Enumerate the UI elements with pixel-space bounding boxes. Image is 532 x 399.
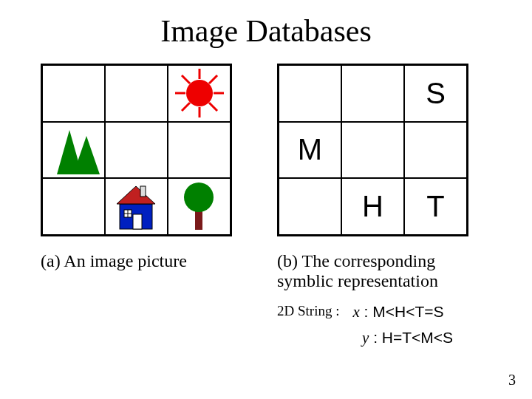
symbol-T: T bbox=[426, 190, 444, 223]
x-axis-letter: x bbox=[352, 303, 359, 321]
svg-line-5 bbox=[209, 103, 217, 111]
svg-point-19 bbox=[184, 183, 214, 212]
string-y-row: y : H=T<M<S bbox=[362, 329, 491, 347]
caption-b: (b) The corresponding symblic representa… bbox=[277, 251, 491, 291]
symbol-M: M bbox=[298, 133, 322, 166]
svg-line-6 bbox=[209, 75, 217, 83]
house-icon bbox=[111, 182, 163, 232]
y-expr-text: H=T<M<S bbox=[382, 329, 453, 346]
cell-0-0 bbox=[42, 65, 105, 122]
scell-1-1 bbox=[341, 122, 404, 179]
svg-marker-10 bbox=[73, 136, 100, 174]
symbol-grid: S M H T bbox=[277, 64, 468, 236]
content-area: (a) An image picture S M H T (b) The cor… bbox=[0, 64, 532, 347]
x-expr-text: M<H<T=S bbox=[372, 303, 443, 320]
cell-1-1 bbox=[105, 122, 168, 179]
cell-1-2 bbox=[168, 122, 231, 179]
cell-0-1 bbox=[105, 65, 168, 122]
scell-2-1: H bbox=[341, 178, 404, 235]
svg-rect-14 bbox=[133, 214, 142, 229]
sun-icon bbox=[174, 67, 225, 119]
cell-1-0 bbox=[42, 122, 105, 179]
svg-line-7 bbox=[182, 103, 190, 111]
mountain-icon bbox=[44, 123, 104, 177]
scell-2-2: T bbox=[404, 178, 467, 235]
scell-1-0: M bbox=[279, 122, 341, 179]
string-label: 2D String : bbox=[277, 303, 339, 321]
scell-0-2: S bbox=[404, 65, 467, 122]
cell-2-1 bbox=[105, 178, 168, 235]
scell-0-1 bbox=[341, 65, 404, 122]
scell-2-0 bbox=[279, 178, 341, 235]
tree-icon bbox=[177, 181, 222, 233]
svg-rect-13 bbox=[140, 186, 146, 197]
caption-a: (a) An image picture bbox=[41, 251, 255, 271]
scell-1-2 bbox=[404, 122, 467, 179]
scell-0-0 bbox=[279, 65, 341, 122]
page-title: Image Databases bbox=[0, 13, 532, 49]
cell-0-2 bbox=[168, 65, 231, 122]
svg-line-4 bbox=[182, 75, 190, 83]
x-expression: x : M<H<T=S bbox=[352, 303, 443, 321]
image-grid bbox=[41, 64, 232, 236]
svg-point-8 bbox=[186, 80, 213, 106]
cell-2-2 bbox=[168, 178, 231, 235]
symbol-S: S bbox=[426, 77, 446, 110]
symbol-H: H bbox=[362, 190, 383, 223]
string-x-row: 2D String : x : M<H<T=S bbox=[277, 303, 491, 321]
svg-marker-12 bbox=[117, 186, 155, 204]
panel-image: (a) An image picture bbox=[41, 64, 255, 347]
page-number: 3 bbox=[508, 372, 516, 389]
cell-2-0 bbox=[42, 178, 105, 235]
y-axis-letter: y bbox=[362, 329, 369, 347]
panel-symbolic: S M H T (b) The corresponding symblic re… bbox=[277, 64, 491, 347]
